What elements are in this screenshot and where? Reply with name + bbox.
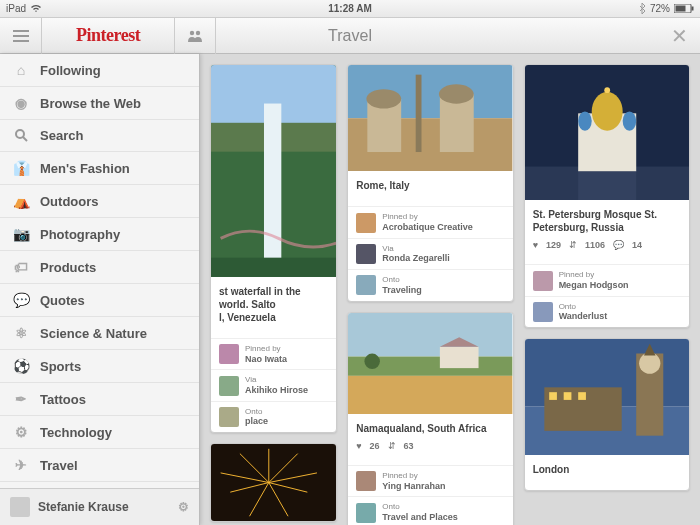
comment-icon: 💬 [613, 240, 624, 250]
pin-meta-onto[interactable]: Ontoplace [211, 401, 336, 432]
ios-status-bar: iPad 11:28 AM 72% [0, 0, 700, 18]
user-name: Stefanie Krause [38, 500, 129, 514]
app-logo[interactable]: Pinterest [42, 25, 174, 46]
camera-icon: 📷 [12, 226, 30, 242]
sidebar-item-label: Science & Nature [40, 326, 147, 341]
sidebar-item-travel[interactable]: ✈Travel [0, 449, 199, 482]
pin-title: London [533, 463, 681, 476]
sidebar-item-quotes[interactable]: 💬Quotes [0, 284, 199, 317]
search-icon [12, 129, 30, 142]
pin-meta-pinned-by[interactable]: Pinned byMegan Hodgson [525, 264, 689, 295]
svg-rect-2 [692, 7, 694, 11]
plane-icon: ✈ [12, 457, 30, 473]
svg-point-30 [439, 84, 474, 103]
svg-point-43 [622, 111, 636, 130]
pin-meta-pinned-by[interactable]: Pinned byNao Iwata [211, 338, 336, 369]
sidebar-item-browse[interactable]: ◉Browse the Web [0, 87, 199, 120]
pin-image [211, 444, 336, 521]
heart-icon: ♥ [356, 441, 361, 451]
sidebar-item-science[interactable]: ⚛Science & Nature [0, 317, 199, 350]
ball-icon: ⚽ [12, 358, 30, 374]
repin-icon: ⇵ [569, 240, 577, 250]
pin-stats: ♥129 ⇵1106 💬14 [533, 240, 681, 250]
svg-point-49 [639, 353, 660, 374]
pin-card-fireworks[interactable] [210, 443, 337, 522]
svg-rect-3 [13, 30, 29, 32]
page-title: Travel [328, 27, 372, 45]
pin-meta-onto[interactable]: OntoWanderlust [525, 296, 689, 327]
sidebar-item-technology[interactable]: ⚙Technology [0, 416, 199, 449]
sidebar-item-search[interactable]: Search [0, 120, 199, 152]
battery-icon [674, 4, 694, 13]
sidebar-item-sports[interactable]: ⚽Sports [0, 350, 199, 383]
svg-rect-54 [578, 392, 586, 400]
svg-line-9 [23, 137, 27, 141]
sidebar-item-photography[interactable]: 📷Photography [0, 218, 199, 251]
pin-meta-via[interactable]: ViaAkihiko Hirose [211, 369, 336, 400]
sidebar-item-label: Men's Fashion [40, 161, 130, 176]
hamburger-icon [13, 30, 29, 42]
sidebar-item-following[interactable]: ⌂Following [0, 54, 199, 87]
svg-rect-53 [563, 392, 571, 400]
menu-button[interactable] [0, 18, 42, 54]
sidebar-item-label: Photography [40, 227, 120, 242]
sidebar-item-outdoors[interactable]: ⛺Outdoors [0, 185, 199, 218]
pin-image [348, 65, 512, 171]
pin-card-namaqualand[interactable]: Namaqualand, South Africa ♥26 ⇵63 Pinned… [347, 312, 513, 525]
svg-rect-45 [578, 171, 636, 200]
sidebar-item-label: Quotes [40, 293, 85, 308]
sidebar-item-label: Browse the Web [40, 96, 141, 111]
pin-card-stpetersburg[interactable]: St. Petersburg Mosque St. Petersburg, Ru… [524, 64, 690, 328]
chat-icon: 💬 [12, 292, 30, 308]
pin-meta-onto[interactable]: OntoTravel and Places [348, 496, 512, 525]
sidebar-item-label: Technology [40, 425, 112, 440]
sidebar-item-label: Search [40, 128, 83, 143]
pin-card-rome[interactable]: Rome, Italy Pinned byAcrobatique Creativ… [347, 64, 513, 302]
svg-point-41 [591, 92, 622, 131]
gear-icon[interactable]: ⚙ [178, 500, 189, 514]
sidebar-item-label: Tattoos [40, 392, 86, 407]
sidebar-item-label: Products [40, 260, 96, 275]
friends-button[interactable] [174, 18, 216, 54]
svg-rect-34 [348, 375, 512, 414]
close-button[interactable]: ✕ [658, 18, 700, 54]
clock: 11:28 AM [328, 3, 372, 14]
close-icon: ✕ [671, 24, 688, 48]
sidebar-user-row[interactable]: Stefanie Krause ⚙ [0, 488, 199, 525]
svg-rect-35 [440, 346, 479, 367]
pin-title: Namaqualand, South Africa [356, 422, 504, 435]
svg-point-8 [16, 130, 24, 138]
sidebar-item-mens-fashion[interactable]: 👔Men's Fashion [0, 152, 199, 185]
tag-icon: 🏷 [12, 259, 30, 275]
home-icon: ⌂ [12, 62, 30, 78]
sidebar-item-label: Following [40, 63, 101, 78]
pin-title: st waterfall in the world. Salto l, Vene… [219, 285, 328, 324]
shirt-icon: 👔 [12, 160, 30, 176]
carrier-label: iPad [6, 3, 26, 14]
pin-card-waterfall[interactable]: st waterfall in the world. Salto l, Vene… [210, 64, 337, 433]
pin-stats: ♥26 ⇵63 [356, 441, 504, 451]
heart-icon: ♥ [533, 240, 538, 250]
svg-point-37 [365, 353, 380, 368]
svg-point-42 [578, 111, 592, 130]
pin-meta-via[interactable]: ViaRonda Zegarelli [348, 238, 512, 269]
top-nav: Pinterest Travel ✕ [0, 18, 700, 54]
pin-meta-pinned-by[interactable]: Pinned byYing Hanrahan [348, 465, 512, 496]
pin-image [348, 313, 512, 415]
user-avatar [10, 497, 30, 517]
svg-rect-1 [676, 6, 686, 12]
pin-image [211, 65, 336, 277]
pin-card-london[interactable]: London [524, 338, 690, 491]
svg-point-6 [190, 30, 194, 34]
svg-rect-52 [549, 392, 557, 400]
pin-image [525, 65, 689, 200]
sidebar-item-tattoos[interactable]: ✒Tattoos [0, 383, 199, 416]
pin-meta-pinned-by[interactable]: Pinned byAcrobatique Creative [348, 206, 512, 237]
svg-point-7 [196, 30, 200, 34]
pin-title: Rome, Italy [356, 179, 504, 192]
svg-rect-5 [13, 40, 29, 42]
pin-grid: st waterfall in the world. Salto l, Vene… [200, 54, 700, 525]
sidebar-item-products[interactable]: 🏷Products [0, 251, 199, 284]
wifi-icon [30, 4, 42, 13]
pin-meta-onto[interactable]: OntoTraveling [348, 269, 512, 300]
